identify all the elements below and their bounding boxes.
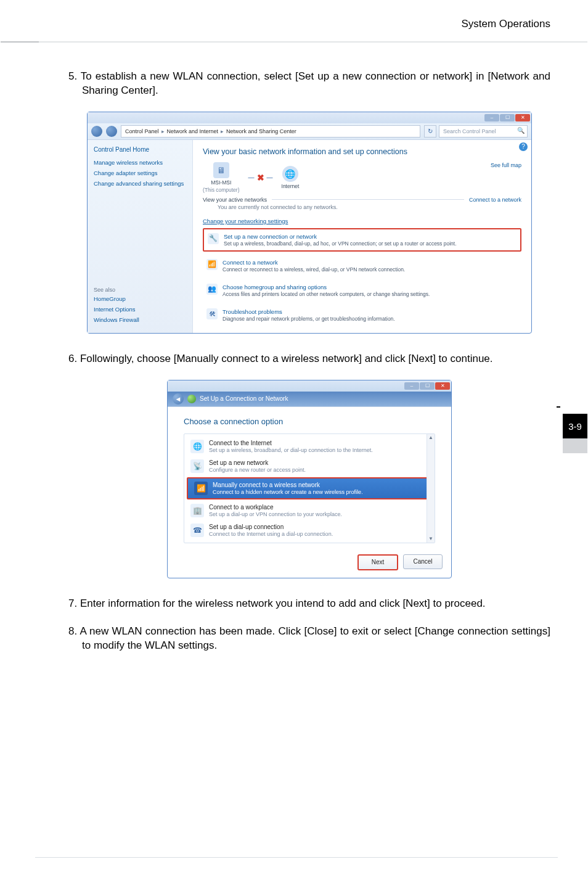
option-connect-network[interactable]: 📶 Connect to a network Connect or reconn…: [203, 255, 521, 276]
header-rule: [39, 41, 587, 43]
computer-icon: 🖥: [213, 162, 229, 178]
breadcrumb-leaf: Network and Sharing Center: [226, 128, 296, 134]
window-network-sharing-center: – ☐ ✕ Control Panel ▸ Network and Intern…: [87, 112, 532, 334]
sidebar-see-also-label: See also: [94, 287, 186, 293]
option-desc: Diagnose and repair network problems, or…: [223, 316, 395, 322]
nav-back-button[interactable]: [91, 126, 102, 137]
pc-name: MSI-MSI: [211, 179, 231, 186]
step-6-text: 6. Followingly, choose [Manually connect…: [68, 352, 550, 366]
page-title: View your basic network information and …: [203, 147, 521, 156]
view-active-label: View your active networks: [203, 197, 267, 203]
chevron-right-icon: ▸: [221, 128, 224, 134]
header-rule-accent: [1, 41, 39, 43]
wizard-heading: Choose a connection option: [184, 417, 435, 426]
option-title: Troubleshoot problems: [223, 308, 395, 315]
refresh-button[interactable]: ↻: [424, 125, 436, 138]
globe-icon: 🌐: [282, 166, 298, 182]
wizard-item-setup-dialup[interactable]: ☎ Set up a dial-up connection Connect to…: [184, 520, 435, 540]
wizard-icon: 🔧: [208, 233, 219, 244]
connection-line: —✖—: [248, 173, 273, 183]
footer-rule: [35, 857, 558, 858]
wizard-item-desc: Set up a wireless, broadband, or dial-up…: [209, 447, 373, 453]
wizard-item-manually-connect[interactable]: 📶 Manually connect to a wireless network…: [187, 477, 432, 499]
wizard-back-button[interactable]: ◄: [173, 393, 184, 405]
wizard-item-title: Connect to the Internet: [209, 440, 373, 446]
router-icon: 📡: [190, 459, 204, 473]
wizard-item-connect-internet[interactable]: 🌐 Connect to the Internet Set up a wirel…: [184, 437, 435, 456]
wizard-header: ◄ Set Up a Connection or Network: [168, 392, 451, 407]
control-panel-sidebar: Control Panel Home Manage wireless netwo…: [88, 140, 193, 333]
search-icon: 🔍: [517, 127, 525, 134]
option-homegroup-sharing[interactable]: 👥 Choose homegroup and sharing options A…: [203, 280, 521, 301]
phone-icon: ☎: [190, 524, 204, 537]
option-troubleshoot[interactable]: 🛠 Troubleshoot problems Diagnose and rep…: [203, 305, 521, 326]
sidebar-change-sharing[interactable]: Change advanced sharing settings: [94, 180, 186, 187]
sidebar-change-adapter[interactable]: Change adapter settings: [94, 170, 186, 176]
building-icon: 🏢: [190, 504, 204, 517]
window-minimize-button[interactable]: –: [404, 382, 419, 390]
step-5-text: 5. To establish a new WLAN connection, s…: [68, 70, 550, 98]
step-5-block: 5. To establish a new WLAN connection, s…: [68, 70, 550, 98]
internet-label: Internet: [282, 183, 300, 189]
wizard-item-desc: Connect to the Internet using a dial-up …: [209, 531, 333, 537]
scrollbar[interactable]: ▲ ▼: [427, 434, 435, 543]
network-icon: 📶: [206, 259, 218, 270]
wizard-item-title: Connect to a workplace: [209, 504, 342, 511]
search-input[interactable]: Search Control Panel 🔍: [439, 125, 528, 138]
breadcrumb-root: Control Panel: [125, 128, 159, 134]
option-setup-new-connection[interactable]: 🔧 Set up a new connection or network Set…: [203, 228, 521, 252]
window-setup-connection: – ☐ ✕ ◄ Set Up a Connection or Network C…: [167, 380, 452, 578]
wizard-item-desc: Configure a new router or access point.: [209, 467, 306, 473]
option-desc: Connect or reconnect to a wireless, wire…: [223, 266, 405, 273]
wizard-option-list: ▲ ▼ 🌐 Connect to the Internet Set up a w…: [184, 433, 435, 543]
page-tab-tick: [557, 406, 560, 408]
sidebar-windows-firewall[interactable]: Windows Firewall: [94, 316, 186, 323]
sidebar-manage-wireless[interactable]: Manage wireless networks: [94, 159, 186, 166]
step-6-block: 6. Followingly, choose [Manually connect…: [68, 352, 550, 366]
cancel-button[interactable]: Cancel: [403, 554, 443, 569]
window-close-button[interactable]: ✕: [515, 114, 530, 121]
step-7-block: 7. Enter information for the wireless ne…: [68, 597, 550, 611]
option-title: Set up a new connection or network: [224, 233, 457, 240]
option-desc: Set up a wireless, broadband, dial-up, a…: [224, 240, 457, 247]
connect-to-network-link[interactable]: Connect to a network: [469, 197, 521, 203]
window-maximize-button[interactable]: ☐: [500, 114, 515, 121]
scroll-down-icon[interactable]: ▼: [427, 535, 435, 543]
pc-sub: (This computer): [203, 187, 240, 193]
hr-line: [272, 199, 464, 200]
option-title: Choose homegroup and sharing options: [223, 284, 430, 290]
x-icon: ✖: [257, 173, 264, 183]
wizard-item-setup-new-network[interactable]: 📡 Set up a new network Configure a new r…: [184, 456, 435, 476]
window-titlebar: – ☐ ✕: [88, 112, 531, 123]
window-close-button[interactable]: ✕: [435, 382, 450, 390]
not-connected-text: You are currently not connected to any n…: [218, 204, 521, 210]
wizard-item-title: Set up a new network: [209, 459, 306, 466]
sidebar-homegroup[interactable]: HomeGroup: [94, 295, 186, 302]
sidebar-home-link[interactable]: Control Panel Home: [94, 146, 186, 153]
change-networking-settings-link[interactable]: Change your networking settings: [203, 218, 521, 224]
wizard-item-connect-workplace[interactable]: 🏢 Connect to a workplace Set up a dial-u…: [184, 501, 435, 520]
window-maximize-button[interactable]: ☐: [420, 382, 435, 390]
scroll-up-icon[interactable]: ▲: [427, 434, 435, 442]
help-icon[interactable]: ?: [519, 142, 528, 151]
page-tab-shadow: [563, 438, 587, 453]
breadcrumb[interactable]: Control Panel ▸ Network and Internet ▸ N…: [121, 125, 420, 138]
step-8-text: 8. A new WLAN connection has been made. …: [68, 625, 550, 653]
screenshot-setup-connection-wizard: – ☐ ✕ ◄ Set Up a Connection or Network C…: [68, 380, 550, 578]
wizard-window-title: Set Up a Connection or Network: [200, 395, 288, 402]
troubleshoot-icon: 🛠: [206, 308, 218, 319]
wizard-button-row: Next Cancel: [168, 547, 451, 578]
see-full-map-link[interactable]: See full map: [491, 162, 521, 168]
wizard-item-desc: Set up a dial-up or VPN connection to yo…: [209, 511, 342, 517]
page-header: System Operations: [461, 18, 550, 30]
breadcrumb-cat: Network and Internet: [167, 128, 219, 134]
next-button[interactable]: Next: [357, 554, 398, 570]
step-8-block: 8. A new WLAN connection has been made. …: [68, 625, 550, 653]
sidebar-internet-options[interactable]: Internet Options: [94, 306, 186, 313]
wireless-icon: 📶: [194, 482, 208, 495]
wizard-item-title: Set up a dial-up connection: [209, 524, 333, 530]
window-minimize-button[interactable]: –: [484, 114, 499, 121]
nav-forward-button[interactable]: [106, 126, 117, 137]
screenshot-network-sharing-center: – ☐ ✕ Control Panel ▸ Network and Intern…: [68, 112, 550, 334]
wizard-item-title: Manually connect to a wireless network: [213, 482, 363, 488]
